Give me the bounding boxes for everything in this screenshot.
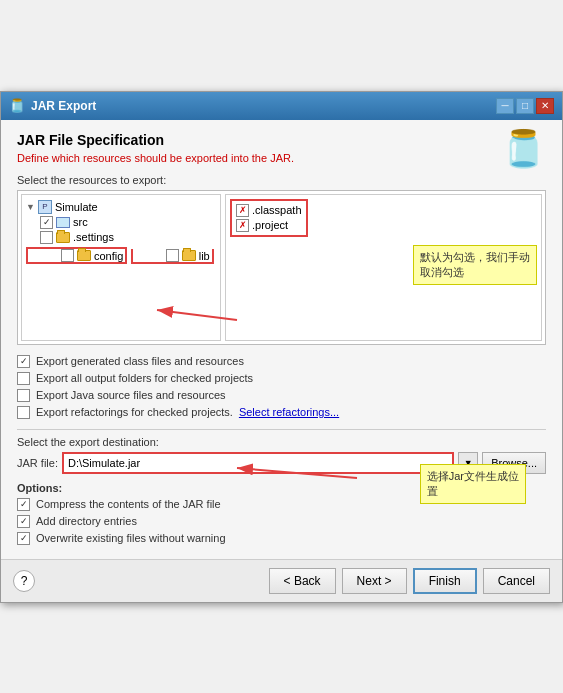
jar-file-label: JAR file: <box>17 457 58 469</box>
title-bar: 🫙 JAR Export ─ □ ✕ <box>1 92 562 120</box>
package-icon-src <box>56 217 70 228</box>
right-pane: .classpath .project 默认为勾选，我们手动取消勾选 <box>225 194 542 341</box>
folder-icon-lib <box>182 250 196 261</box>
back-button[interactable]: < Back <box>269 568 336 594</box>
bottom-bar: ? < Back Next > Finish Cancel <box>1 559 562 602</box>
label-classpath: .classpath <box>252 204 302 216</box>
expand-icon: ▼ <box>26 202 35 212</box>
checkbox-opt1[interactable] <box>17 355 30 368</box>
checkbox-sub2[interactable] <box>17 515 30 528</box>
opt2-label: Export all output folders for checked pr… <box>36 372 253 384</box>
tree-item-lib[interactable]: lib <box>135 249 210 262</box>
select-refactorings-link[interactable]: Select refactorings... <box>239 406 339 418</box>
right-item-project[interactable]: .project <box>236 218 302 233</box>
checkbox-project-file[interactable] <box>236 219 249 232</box>
export-dest-section: Select the export destination: JAR file:… <box>17 436 546 474</box>
tree-item-settings[interactable]: .settings <box>26 230 216 245</box>
folder-icon-config <box>77 250 91 261</box>
highlight-config: config <box>26 247 127 264</box>
close-button[interactable]: ✕ <box>536 98 554 114</box>
highlight-lib: lib <box>131 249 214 264</box>
main-content: JAR File Specification Define which reso… <box>1 120 562 559</box>
label-project: .project <box>252 219 288 231</box>
project-icon: P <box>38 200 52 214</box>
sub-option-row-3: Overwrite existing files without warning <box>17 530 546 547</box>
tree-item-project[interactable]: ▼ P Simulate <box>26 199 216 215</box>
checkbox-opt4[interactable] <box>17 406 30 419</box>
right-item-classpath[interactable]: .classpath <box>236 203 302 218</box>
sub-opt3-label: Overwrite existing files without warning <box>36 532 226 544</box>
opt1-label: Export generated class files and resourc… <box>36 355 244 367</box>
window-icon: 🫙 <box>9 98 25 113</box>
option-row-2: Export all output folders for checked pr… <box>17 370 546 387</box>
checkbox-sub3[interactable] <box>17 532 30 545</box>
resource-panel: ▼ P Simulate src .settings <box>17 190 546 345</box>
title-bar-buttons: ─ □ ✕ <box>496 98 554 114</box>
checkbox-sub1[interactable] <box>17 498 30 511</box>
finish-button[interactable]: Finish <box>413 568 477 594</box>
sub-opt1-label: Compress the contents of the JAR file <box>36 498 221 510</box>
divider-1 <box>17 429 546 430</box>
checkbox-opt2[interactable] <box>17 372 30 385</box>
title-bar-left: 🫙 JAR Export <box>9 98 96 113</box>
sub-option-row-2: Add directory entries <box>17 513 546 530</box>
checkbox-settings[interactable] <box>40 231 53 244</box>
label-src: src <box>73 216 88 228</box>
option-row-4: Export refactorings for checked projects… <box>17 404 546 421</box>
opt4-label: Export refactorings for checked projects… <box>36 406 233 418</box>
sub-opt2-label: Add directory entries <box>36 515 137 527</box>
opt3-label: Export Java source files and resources <box>36 389 226 401</box>
tree-pane: ▼ P Simulate src .settings <box>21 194 221 341</box>
nav-buttons: < Back Next > Finish Cancel <box>269 568 550 594</box>
tree-item-config[interactable]: config <box>30 249 123 262</box>
cancel-button[interactable]: Cancel <box>483 568 550 594</box>
right-pane-highlight: .classpath .project <box>230 199 308 237</box>
next-button[interactable]: Next > <box>342 568 407 594</box>
checkbox-classpath[interactable] <box>236 204 249 217</box>
checkbox-opt3[interactable] <box>17 389 30 402</box>
section-title: JAR File Specification <box>17 132 294 148</box>
jar-file-input[interactable] <box>62 452 454 474</box>
export-dest-label: Select the export destination: <box>17 436 546 448</box>
minimize-button[interactable]: ─ <box>496 98 514 114</box>
project-label: Simulate <box>55 201 98 213</box>
label-settings: .settings <box>73 231 114 243</box>
section-desc: Define which resources should be exporte… <box>17 152 294 164</box>
tree-item-src[interactable]: src <box>26 215 216 230</box>
resource-label: Select the resources to export: <box>17 174 546 186</box>
checkbox-config[interactable] <box>61 249 74 262</box>
option-row-3: Export Java source files and resources <box>17 387 546 404</box>
export-options: Export generated class files and resourc… <box>17 353 546 421</box>
label-config: config <box>94 250 123 262</box>
maximize-button[interactable]: □ <box>516 98 534 114</box>
checkbox-lib[interactable] <box>166 249 179 262</box>
jar-export-window: 🫙 JAR Export ─ □ ✕ JAR File Specificatio… <box>0 91 563 603</box>
jar-icon: 🫙 <box>501 128 546 170</box>
help-button[interactable]: ? <box>13 570 35 592</box>
label-lib: lib <box>199 250 210 262</box>
option-row-1: Export generated class files and resourc… <box>17 353 546 370</box>
annotation-box-1: 默认为勾选，我们手动取消勾选 <box>413 245 537 286</box>
checkbox-src[interactable] <box>40 216 53 229</box>
folder-icon-settings <box>56 232 70 243</box>
annotation-box-2: 选择Jar文件生成位置 <box>420 464 526 505</box>
window-title: JAR Export <box>31 99 96 113</box>
